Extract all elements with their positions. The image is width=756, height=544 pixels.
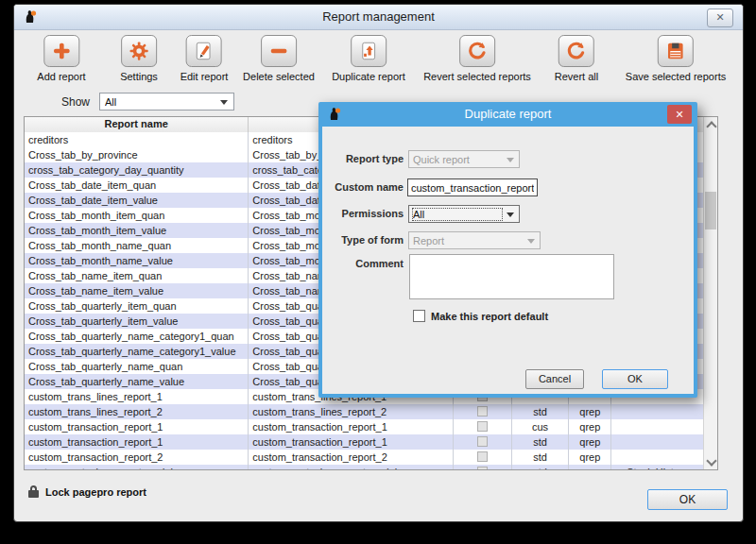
cell-report-name: Cross_tab_by_province <box>25 147 249 162</box>
window-title: Report management <box>14 9 743 24</box>
floppy-disk-icon <box>658 35 694 67</box>
delete-selected-button[interactable]: Delete selected <box>243 35 315 82</box>
cell-report-name: custom_transaction_report_2 <box>25 450 249 465</box>
make-default-label: Make this report default <box>431 311 548 322</box>
window-ok-button[interactable]: OK <box>647 489 728 510</box>
cell-type: std <box>512 450 570 465</box>
cell-report-name: Cross_tab_date_item_value <box>25 193 249 208</box>
cell-report-name: custom_trans_lines_report_2 <box>25 404 249 419</box>
gear-icon <box>121 35 157 67</box>
dialog-body: Report type Quick report Custom name Per… <box>322 127 694 394</box>
cell-report-name: Cross_tab_quarterly_item_value <box>25 314 249 329</box>
row-checkbox[interactable] <box>477 421 488 432</box>
lock-pagepro-label: Lock pagepro report <box>45 486 146 498</box>
settings-button[interactable]: Settings <box>120 35 158 82</box>
cell-form: qrep <box>569 450 611 465</box>
screen: { "window": { "title": "Report managemen… <box>0 0 756 544</box>
chevron-up-icon <box>706 121 716 131</box>
cell-default-flag <box>454 434 512 450</box>
make-default-checkbox[interactable] <box>413 310 425 322</box>
show-filter-label: Show <box>43 95 90 109</box>
duplicate-report-button[interactable]: Duplicate report <box>332 35 405 82</box>
scroll-up-button[interactable] <box>704 117 717 132</box>
chevron-down-icon <box>527 239 535 247</box>
cell-default-flag <box>454 404 512 419</box>
cell-default-flag <box>454 450 512 465</box>
report-type-dropdown: Quick report <box>408 150 520 168</box>
comment-textarea[interactable] <box>409 254 614 299</box>
add-report-button[interactable]: Add report <box>37 35 85 82</box>
row-checkbox[interactable] <box>477 406 488 416</box>
cell-report-name: Cross_tab_month_name_quan <box>25 238 249 253</box>
report-type-value: Quick report <box>413 154 502 165</box>
cell-report-name: Cross_tab_month_item_value <box>25 223 249 238</box>
cell-report-name: custom_transaction_report_1 <box>25 434 249 450</box>
cell-report-name-2: custom_transaction_report_2 <box>249 450 453 465</box>
cell-extra <box>611 434 703 450</box>
report-management-window: Report management ✕ Add report <box>13 4 744 522</box>
row-checkbox[interactable] <box>477 467 488 469</box>
cell-report-name-2: custom_transaction_report_1 <box>249 419 453 434</box>
revert-all-button[interactable]: Revert all <box>555 35 598 82</box>
cell-report-name: Cross_tab_quarterly_name_quan <box>25 359 249 374</box>
cell-report-name: customer_stock_request_and_issue <box>25 465 249 469</box>
cell-report-name: creditors <box>25 132 249 147</box>
revert-arrow-icon <box>459 35 495 67</box>
cell-form: qrep <box>569 404 611 419</box>
dialog-close-button[interactable]: ✕ <box>667 105 692 124</box>
column-header-report-name[interactable]: Report name <box>25 117 249 132</box>
cell-report-name: Cross_tab_quarterly_name_value <box>25 374 249 389</box>
table-row[interactable]: custom_trans_lines_report_2 custom_trans… <box>25 404 703 419</box>
cell-default-flag <box>454 465 512 469</box>
table-row[interactable]: customer_stock_request_and_issue custome… <box>25 465 703 469</box>
table-row[interactable]: custom_transaction_report_1 custom_trans… <box>25 434 703 450</box>
type-of-form-dropdown: Report <box>408 231 541 249</box>
show-filter-dropdown[interactable]: All <box>99 93 234 110</box>
custom-name-input[interactable] <box>407 178 538 196</box>
cell-report-name: custom_trans_lines_report_1 <box>25 389 249 404</box>
revert-arrow-icon <box>558 35 594 67</box>
cell-extra <box>611 450 703 465</box>
cell-extra <box>611 404 703 419</box>
window-titlebar: Report management ✕ <box>14 5 743 30</box>
window-close-button[interactable]: ✕ <box>707 8 733 27</box>
revert-selected-reports-button[interactable]: Revert selected reports <box>423 35 531 82</box>
scrollbar-thumb[interactable] <box>705 192 716 230</box>
vertical-scrollbar[interactable] <box>703 117 717 469</box>
pencil-document-icon <box>186 35 222 67</box>
table-row[interactable]: custom_transaction_report_1 custom_trans… <box>25 419 703 434</box>
ok-button[interactable]: OK <box>602 369 668 389</box>
cell-type: std <box>512 404 570 419</box>
scroll-down-button[interactable] <box>704 454 717 469</box>
cell-report-name-2: custom_transaction_report_1 <box>249 434 453 450</box>
cell-report-name: Cross_tab_quarterly_name_category1_quan <box>25 329 249 344</box>
cell-report-name: Cross_tab_name_item_value <box>25 283 249 298</box>
cell-report-name: Cross_tab_month_name_value <box>25 253 249 268</box>
save-selected-reports-button[interactable]: Save selected reports <box>626 35 726 82</box>
duplicate-report-dialog: Duplicate report ✕ Report type Quick rep… <box>318 102 697 398</box>
cell-extra: Stock History <box>611 465 703 469</box>
permissions-dropdown[interactable]: All <box>408 205 520 223</box>
cell-form: ppro <box>569 465 611 469</box>
cell-extra <box>611 419 703 434</box>
cell-type: cus <box>512 419 570 434</box>
cell-form: qrep <box>569 419 611 434</box>
table-row[interactable]: custom_transaction_report_2 custom_trans… <box>25 450 703 465</box>
cancel-button[interactable]: Cancel <box>525 369 584 389</box>
edit-report-button[interactable]: Edit report <box>180 35 229 82</box>
dialog-titlebar: Duplicate report ✕ <box>318 102 697 127</box>
row-checkbox[interactable] <box>477 451 488 462</box>
cell-report-name: cross_tab_category_day_quantity <box>25 162 249 178</box>
document-arrow-icon <box>351 35 387 67</box>
type-of-form-value: Report <box>413 235 523 246</box>
cell-type: std <box>512 465 570 469</box>
padlock-icon <box>28 485 41 500</box>
cell-report-name: Cross_tab_quarterly_item_quan <box>25 298 249 314</box>
row-checkbox[interactable] <box>477 436 488 447</box>
dialog-title: Duplicate report <box>318 107 697 121</box>
cell-report-name: custom_transaction_report_1 <box>25 419 249 434</box>
cell-report-name: Cross_tab_quarterly_name_category1_value <box>25 344 249 359</box>
cell-report-name: Cross_tab_date_item_quan <box>25 178 249 193</box>
permissions-value: All <box>413 209 502 220</box>
cell-report-name: Cross_tab_month_item_quan <box>25 208 249 223</box>
